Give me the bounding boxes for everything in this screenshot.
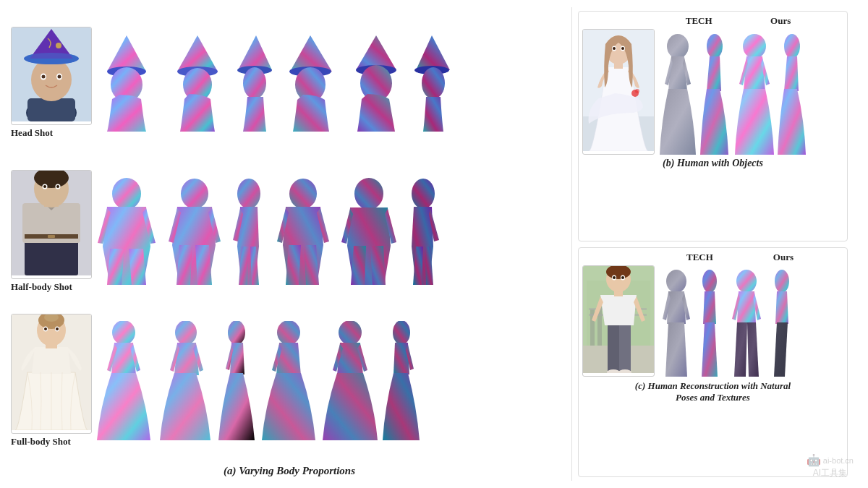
- watermark: 🤖 ai-bot.cn AI工具集: [807, 453, 854, 479]
- man-fig-2: [161, 178, 225, 285]
- tech-woman-gray-front: [658, 270, 694, 377]
- fullbody-label: Full-body Shot: [11, 436, 71, 448]
- svg-point-30: [422, 67, 445, 99]
- svg-rect-43: [48, 235, 55, 238]
- svg-point-98: [775, 270, 789, 293]
- halfbody-reference-image: [11, 170, 92, 279]
- section-c-ours-label: Ours: [773, 252, 793, 263]
- woman-reference-photo: [582, 265, 655, 377]
- section-b-tech-label: TECH: [686, 15, 712, 27]
- headshot-photo-svg: [12, 27, 91, 121]
- gown-fig-2: [156, 321, 215, 440]
- svg-point-93: [613, 276, 616, 279]
- svg-point-76: [707, 34, 723, 59]
- man-fig-3: [227, 178, 269, 285]
- svg-point-63: [339, 321, 362, 345]
- halfbody-figures: [94, 178, 568, 285]
- section-b-ours-label: Ours: [770, 15, 791, 27]
- fullbody-reference-image: [11, 314, 92, 434]
- ours-woman-color-side: [767, 270, 796, 377]
- wizard-fig-2: [161, 34, 225, 132]
- svg-point-46: [237, 179, 260, 209]
- watermark-domain: ai-bot.cn: [823, 456, 854, 465]
- tech-woman-color-side: [696, 270, 723, 377]
- section-c: TECH Ours: [578, 247, 848, 478]
- svg-marker-13: [107, 35, 146, 72]
- tech-girl-gray-front: [658, 33, 698, 155]
- halfbody-row: Half-body Shot: [11, 160, 568, 303]
- wizard-fig-4: [278, 34, 342, 132]
- section-c-ours-figures: [727, 270, 796, 377]
- svg-point-78: [784, 34, 800, 59]
- man-fig-1: [94, 178, 159, 285]
- svg-point-61: [228, 321, 245, 345]
- headshot-label-area: Head Shot: [11, 27, 94, 139]
- headshot-label: Head Shot: [11, 127, 53, 139]
- gown-fig-4: [259, 321, 318, 440]
- headshot-reference-image: [11, 27, 92, 125]
- watermark-icon: 🤖: [807, 453, 821, 467]
- man-fig-6: [403, 178, 445, 285]
- fullbody-label-area: Full-body Shot: [11, 314, 94, 448]
- svg-point-96: [702, 270, 717, 293]
- headshot-figures: [94, 34, 568, 132]
- man-fig-5: [337, 178, 401, 285]
- svg-point-48: [354, 178, 383, 210]
- svg-point-95: [666, 270, 686, 293]
- wizard-fig-1: [94, 34, 159, 132]
- svg-marker-19: [238, 35, 272, 70]
- ours-girl-color-front: [733, 33, 775, 155]
- svg-point-11: [56, 43, 61, 48]
- svg-point-57: [44, 328, 47, 330]
- section-b: TECH Ours: [578, 11, 848, 241]
- svg-point-40: [43, 185, 46, 188]
- tech-girl-color-side: [699, 33, 730, 155]
- svg-point-58: [56, 328, 59, 330]
- wizard-fig-3: [227, 34, 276, 132]
- halfbody-label-area: Half-body Shot: [11, 170, 94, 293]
- svg-point-59: [112, 321, 135, 345]
- svg-point-97: [736, 270, 757, 293]
- section-c-caption: (c) Human Reconstruction with NaturalPos…: [582, 380, 843, 403]
- wizard-fig-5: [344, 34, 408, 132]
- svg-point-49: [412, 179, 435, 209]
- gown-fig-6: [382, 321, 422, 440]
- svg-point-74: [635, 89, 639, 93]
- gown-fig-3: [217, 321, 257, 440]
- section-c-tech-label: TECH: [686, 252, 713, 263]
- ours-girl-color-side: [777, 33, 807, 155]
- section-b-ours-figures: [733, 33, 807, 155]
- svg-point-60: [175, 321, 197, 345]
- section-b-caption: (b) Human with Objects: [582, 158, 843, 169]
- svg-point-62: [277, 321, 300, 345]
- svg-point-47: [289, 179, 317, 209]
- svg-point-72: [621, 47, 624, 50]
- man-fig-4: [271, 178, 335, 285]
- watermark-text: AI工具集: [813, 467, 847, 479]
- girl-reference-photo: [582, 29, 655, 155]
- svg-point-71: [613, 47, 616, 50]
- svg-point-41: [56, 185, 59, 188]
- section-b-tech-figures: [658, 33, 730, 155]
- svg-point-45: [181, 179, 208, 209]
- fullbody-figures: [94, 321, 568, 440]
- main-container: Head Shot: [0, 0, 868, 488]
- svg-rect-2: [27, 98, 75, 121]
- svg-point-64: [393, 321, 410, 345]
- svg-point-44: [112, 178, 141, 210]
- svg-point-12: [24, 53, 79, 64]
- svg-point-21: [243, 67, 266, 99]
- svg-marker-28: [416, 35, 450, 70]
- svg-point-77: [743, 34, 766, 59]
- left-panel: Head Shot: [7, 7, 571, 481]
- svg-marker-25: [356, 35, 396, 70]
- halfbody-label: Half-body Shot: [11, 281, 72, 293]
- girl-photo-svg: [583, 30, 654, 151]
- svg-point-75: [667, 34, 689, 59]
- section-c-tech-figures: [658, 270, 723, 377]
- headshot-row: Head Shot: [11, 11, 568, 154]
- wizard-fig-6: [410, 34, 459, 132]
- halfbody-photo-svg: [12, 171, 91, 275]
- woman-outdoor-svg: [583, 266, 654, 373]
- right-panel: TECH Ours: [571, 7, 854, 481]
